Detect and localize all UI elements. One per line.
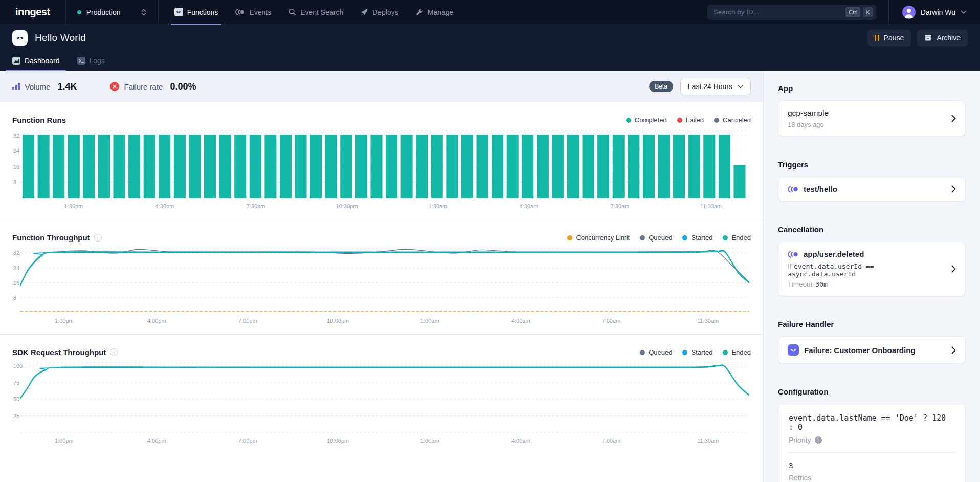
divider: [789, 452, 955, 453]
svg-text:10:30pm: 10:30pm: [336, 203, 358, 209]
info-icon[interactable]: i: [815, 436, 822, 444]
event-trigger-icon: [788, 251, 798, 258]
nav-item-label: Manage: [428, 8, 454, 16]
pause-button[interactable]: Pause: [867, 30, 911, 46]
archive-button[interactable]: Archive: [917, 30, 968, 46]
legend-item: Started: [682, 234, 712, 242]
cancellation-heading: Cancellation: [778, 225, 966, 234]
legend-dot: [682, 235, 687, 240]
nav-item-functions[interactable]: <> Functions: [166, 0, 227, 25]
info-icon[interactable]: i: [110, 348, 118, 356]
function-runs-chart[interactable]: 81624321:30pm4:30pm7:30pm10:30pm1:30am4:…: [12, 127, 751, 212]
app-card[interactable]: gcp-sample 18 days ago: [778, 100, 966, 137]
cancellation-condition: Ifevent.data.userId == async.data.userId: [788, 262, 945, 278]
svg-text:16: 16: [13, 164, 19, 170]
svg-text:50: 50: [13, 396, 19, 402]
timeout-value: 30m: [815, 280, 827, 288]
svg-text:100: 100: [13, 363, 23, 369]
avatar: [902, 6, 916, 19]
retries-label: Retries: [789, 474, 811, 482]
svg-text:1:00pm: 1:00pm: [55, 318, 74, 324]
legend-dot: [640, 350, 645, 355]
cancellation-event-name: app/user.deleted: [804, 250, 864, 258]
primary-nav: <> Functions Events Event Search Deploys…: [166, 0, 462, 25]
time-range-dropdown[interactable]: Last 24 Hours: [680, 78, 751, 95]
chart-title: SDK Request Throughput: [12, 348, 106, 357]
svg-text:4:30am: 4:30am: [520, 203, 539, 209]
failure-handler-card[interactable]: <> Failure: Customer Onboarding: [778, 336, 966, 364]
svg-text:4:00am: 4:00am: [511, 318, 530, 324]
chevron-right-icon: [951, 265, 956, 273]
tab-dashboard[interactable]: Dashboard: [12, 51, 60, 71]
chevron-right-icon: [951, 346, 956, 354]
charts-area: Function Runs CompletedFailedCanceled 81…: [0, 102, 763, 482]
app-section: App gcp-sample 18 days ago: [778, 84, 966, 137]
stats-bar: Volume 1.4K Failure rate 0.00% Beta Last…: [0, 71, 763, 102]
svg-text:10:00pm: 10:00pm: [327, 437, 349, 444]
sdk-throughput-section: SDK Request Throughput i QueuedStartedEn…: [0, 335, 763, 447]
failure-rate-value: 0.00%: [170, 81, 196, 92]
svg-text:11:30am: 11:30am: [697, 437, 719, 444]
trigger-card[interactable]: test/hello: [778, 177, 966, 202]
legend-item: Ended: [723, 348, 751, 356]
chevron-right-icon: [951, 115, 956, 122]
tab-logs[interactable]: Logs: [77, 51, 105, 71]
pause-label: Pause: [884, 34, 904, 42]
svg-text:7:00pm: 7:00pm: [238, 318, 257, 324]
chart-legend: Concurrency LimitQueuedStartedEnded: [567, 234, 751, 242]
global-search[interactable]: Ctrl K: [707, 5, 876, 20]
kbd-ctrl: Ctrl: [845, 7, 860, 17]
nav-item-label: Functions: [187, 8, 218, 16]
search-input[interactable]: [714, 8, 843, 16]
function-header: <> Hello World Pause Archive Dashboard L…: [0, 25, 980, 71]
legend-dot: [640, 235, 645, 240]
configuration-heading: Configuration: [778, 387, 966, 396]
function-tabs: Dashboard Logs: [0, 51, 980, 71]
svg-text:1:00am: 1:00am: [420, 437, 439, 444]
svg-text:16: 16: [13, 280, 19, 286]
legend-item: Concurrency Limit: [567, 234, 630, 242]
nav-item-events[interactable]: Events: [227, 0, 280, 25]
user-menu[interactable]: Darwin Wu: [889, 6, 980, 19]
svg-text:32: 32: [13, 133, 19, 139]
svg-text:10:00pm: 10:00pm: [327, 318, 349, 324]
nav-item-label: Events: [249, 8, 271, 16]
dashboard-icon: [12, 57, 20, 65]
search-icon: [288, 8, 296, 16]
legend-item: Queued: [640, 234, 672, 242]
priority-label: Priority: [789, 436, 811, 444]
events-icon: [235, 9, 245, 15]
legend-dot: [567, 235, 572, 240]
function-runs-section: Function Runs CompletedFailedCanceled 81…: [0, 102, 763, 220]
header-actions: Pause Archive: [867, 30, 968, 46]
page-title: Hello World: [35, 32, 86, 43]
function-code-icon: <>: [788, 344, 799, 356]
terminal-icon: [77, 57, 85, 65]
svg-text:4:00pm: 4:00pm: [147, 318, 166, 324]
configuration-card: event.data.lastName == 'Doe' ? 120 : 0 P…: [778, 404, 966, 482]
chart-title: Function Throughput: [12, 233, 90, 242]
rocket-icon: [361, 8, 368, 16]
sdk-throughput-chart[interactable]: 2550751001:00pm4:00pm7:00pm10:00pm1:00am…: [12, 360, 751, 447]
svg-text:24: 24: [13, 265, 19, 271]
info-icon[interactable]: i: [94, 234, 102, 242]
volume-bars-icon: [12, 83, 20, 90]
nav-item-deploys[interactable]: Deploys: [352, 0, 407, 25]
legend-item: Completed: [626, 116, 667, 124]
condition-expression: event.data.userId == async.data.userId: [788, 262, 874, 278]
cancellation-card[interactable]: app/user.deleted Ifevent.data.userId == …: [778, 242, 966, 296]
legend-dot: [677, 118, 682, 123]
nav-item-event-search[interactable]: Event Search: [280, 0, 352, 25]
svg-text:25: 25: [13, 413, 19, 419]
cancellation-timeout: Timeout30m: [788, 280, 945, 288]
legend-dot: [723, 350, 728, 355]
function-throughput-chart[interactable]: 81624321:00pm4:00pm7:00pm10:00pm1:00am4:…: [12, 245, 751, 327]
user-name: Darwin Wu: [921, 8, 955, 16]
environment-switcher[interactable]: Production: [66, 8, 158, 16]
volume-label: Volume: [25, 82, 51, 91]
nav-item-manage[interactable]: Manage: [407, 0, 462, 25]
chevron-right-icon: [951, 185, 956, 193]
legend-dot: [714, 118, 719, 123]
person-icon: [902, 6, 916, 19]
svg-text:75: 75: [13, 380, 19, 386]
